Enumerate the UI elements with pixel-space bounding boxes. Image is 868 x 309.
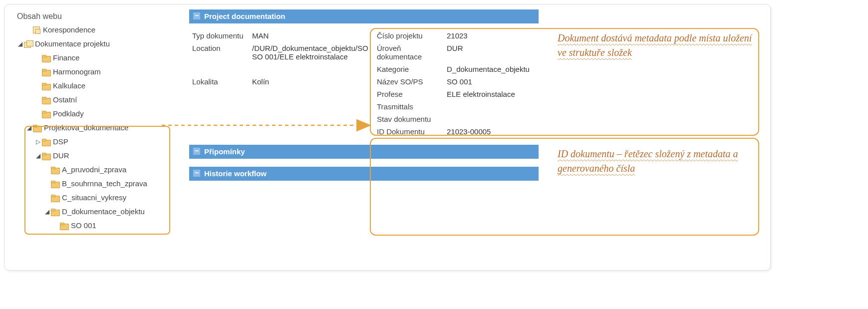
label-nazev: Název SO/PS <box>377 77 447 86</box>
collapse-panel-icon[interactable]: − <box>193 148 200 155</box>
details-grid: Typ dokumentu MAN Číslo projektu 21023 L… <box>189 26 539 136</box>
spacer <box>192 90 377 98</box>
tree-item-dsp[interactable]: ▷DSP <box>17 135 182 149</box>
tree-label: C_situacni_vykresy <box>62 191 126 205</box>
label-lokalita: Lokalita <box>192 77 252 86</box>
value-profese: ELE elektroinstalace <box>447 90 542 98</box>
label-typ: Typ dokumentu <box>192 31 252 40</box>
details-panel: − Project documentation Typ dokumentu MA… <box>189 9 539 184</box>
collapse-icon[interactable]: ◢ <box>35 149 41 163</box>
spacer <box>192 115 377 123</box>
tree-item-so001[interactable]: SO 001 <box>17 219 182 233</box>
annotation-text-id: ID dokumentu – řetězec složený z metadat… <box>558 147 757 176</box>
library-icon <box>24 40 32 47</box>
value-cislo: 21023 <box>447 31 542 40</box>
tree-label: Korespondence <box>43 23 95 37</box>
collapse-icon[interactable]: ◢ <box>26 121 32 135</box>
tree-label: Harmonogram <box>53 65 101 79</box>
tree-panel: Obsah webu Korespondence ◢Dokumentace pr… <box>17 12 182 233</box>
tree-label: DSP <box>53 135 68 149</box>
folder-icon <box>51 167 59 173</box>
tree-item-kalkulace[interactable]: Kalkulace <box>17 79 182 93</box>
folder-icon <box>51 181 59 187</box>
tree-item-projektova-dokumentace[interactable]: ◢Projektova_dokumentace <box>17 121 182 135</box>
value-nazev: SO 001 <box>447 77 542 86</box>
value-kategorie: D_dokumentace_objektu <box>447 65 542 73</box>
tree-title: Obsah webu <box>17 12 182 21</box>
value-lokalita: Kolín <box>252 77 377 86</box>
folder-icon <box>42 97 50 103</box>
tree-label: Kalkulace <box>53 79 85 93</box>
label-location: Location <box>192 44 252 61</box>
label-stav: Stav dokumentu <box>377 115 447 123</box>
tree-item-ostatni[interactable]: Ostatní <box>17 93 182 107</box>
value-uroven: DUR <box>447 44 542 61</box>
tree-label: SO 001 <box>71 219 96 233</box>
label-kategorie: Kategorie <box>377 65 447 73</box>
tree-item-harmonogram[interactable]: Harmonogram <box>17 65 182 79</box>
label-profese: Profese <box>377 90 447 98</box>
value-stav <box>447 115 542 123</box>
tree-item-podklady[interactable]: Podklady <box>17 107 182 121</box>
value-typ: MAN <box>252 31 377 40</box>
collapse-icon[interactable]: ◢ <box>44 205 50 219</box>
value-id: 21023-00005 <box>447 127 542 136</box>
panel-header-pripominky[interactable]: − Připomínky <box>189 145 539 159</box>
tree-label: Podklady <box>53 107 84 121</box>
tree-label: B_souhrnna_tech_zprava <box>62 177 147 191</box>
panel-title: Project documentation <box>204 12 286 20</box>
folder-icon <box>42 139 50 145</box>
page-frame: Obsah webu Korespondence ◢Dokumentace pr… <box>4 4 771 271</box>
folder-icon <box>33 125 41 131</box>
collapse-panel-icon[interactable]: − <box>193 170 200 177</box>
tree-label: Projektova_dokumentace <box>44 121 128 135</box>
tree-label: Ostatní <box>53 93 77 107</box>
folder-icon <box>42 111 50 117</box>
tree-item-b-souhrnna[interactable]: B_souhrnna_tech_zprava <box>17 177 182 191</box>
folder-icon <box>51 195 59 201</box>
spacer <box>192 65 252 73</box>
value-location: /DUR/D_dokumentace_objektu/SO SO 001/ELE… <box>252 44 377 73</box>
folder-icon <box>42 55 50 61</box>
tree-label: Dokumentace projektu <box>35 37 110 51</box>
folder-icon <box>42 83 50 89</box>
document-icon <box>33 26 40 33</box>
tree-label: DUR <box>53 149 69 163</box>
annotation-text-metadata: Dokument dostává metadata podle místa ul… <box>558 31 757 60</box>
folder-icon <box>42 69 50 75</box>
tree-item-dur[interactable]: ◢DUR <box>17 149 182 163</box>
tree-item-c-situacni[interactable]: C_situacni_vykresy <box>17 191 182 205</box>
tree-item-dokumentace-projektu[interactable]: ◢Dokumentace projektu <box>17 37 182 51</box>
tree-label: Finance <box>53 51 79 65</box>
spacer <box>192 102 377 111</box>
panel-title: Historie workflow <box>204 169 267 178</box>
tree-label: D_dokumentace_objektu <box>62 205 145 219</box>
label-uroven: Úroveň dokumentace <box>377 44 447 61</box>
folder-icon <box>51 209 59 215</box>
collapse-icon[interactable]: ◢ <box>17 37 23 51</box>
panel-header-documentation[interactable]: − Project documentation <box>189 9 539 23</box>
tree-item-a-pruvodni[interactable]: A_pruvodni_zprava <box>17 163 182 177</box>
panel-title: Připomínky <box>204 147 245 156</box>
label-id: ID Dokumentu <box>377 127 447 136</box>
folder-icon <box>60 223 68 229</box>
label-cislo: Číslo projektu <box>377 31 447 40</box>
expand-icon[interactable]: ▷ <box>35 135 41 149</box>
tree-label: A_pruvodni_zprava <box>62 163 126 177</box>
tree-item-korespondence[interactable]: Korespondence <box>17 23 182 37</box>
folder-icon <box>42 153 50 159</box>
tree-item-d-dokumentace[interactable]: ◢D_dokumentace_objektu <box>17 205 182 219</box>
label-trasmittals: Trasmittals <box>377 102 447 111</box>
spacer <box>192 127 377 136</box>
panel-header-workflow[interactable]: − Historie workflow <box>189 167 539 181</box>
value-trasmittals <box>447 102 542 111</box>
tree-item-finance[interactable]: Finance <box>17 51 182 65</box>
collapse-panel-icon[interactable]: − <box>193 12 200 19</box>
